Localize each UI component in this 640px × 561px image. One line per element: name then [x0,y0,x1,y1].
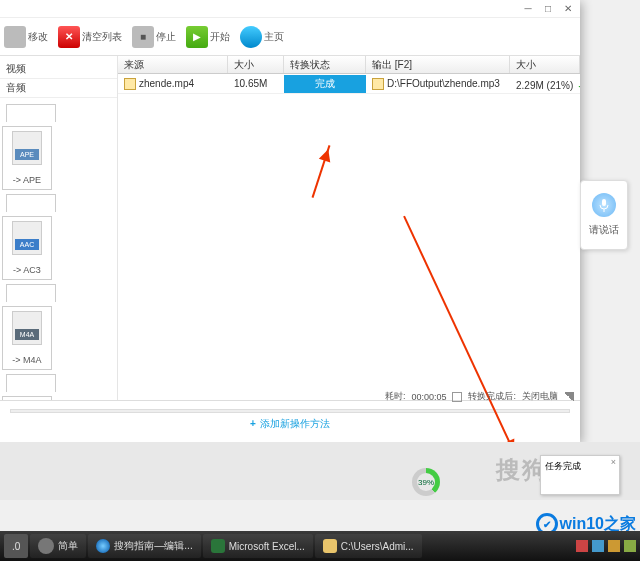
col-status[interactable]: 转换状态 [284,56,366,73]
after-done-label: 转换完成后: [468,390,516,403]
taskbar-excel[interactable]: Microsoft Excel... [203,534,313,558]
format-ac3[interactable]: AAC -> AC3 [2,216,52,280]
voice-widget[interactable]: 请说话 [580,180,628,250]
start-label: 开始 [210,30,230,44]
voice-label: 请说话 [589,223,619,237]
cell-output: D:\FFOutput\zhende.mp3 [366,76,510,92]
clear-list-button[interactable]: ✕ 清空列表 [58,26,122,48]
home-label: 主页 [264,30,284,44]
close-icon[interactable]: × [611,457,616,467]
cell-osize: 2.29M (21%) ⬇ [510,74,580,94]
format-badge: APE [15,149,39,160]
modify-label: 移改 [28,30,48,44]
shutdown-option[interactable]: 关闭电脑 [522,390,558,403]
sidebar-video-header[interactable]: 视频 [0,60,117,79]
toolbar: 移改 ✕ 清空列表 ■ 停止 ▶ 开始 主页 [0,18,580,56]
taskbar-version[interactable]: .0 [4,534,28,558]
taskbar-browser[interactable]: 搜狗指南—编辑... [88,534,200,558]
file-icon [372,78,384,90]
microphone-icon [592,193,616,217]
cell-source: zhende.mp4 [118,76,228,92]
blank-area [118,94,580,400]
modify-button[interactable]: 移改 [4,26,48,48]
download-arrow-icon[interactable]: ⬇ [576,76,580,92]
format-ape[interactable]: APE -> APE [2,126,52,190]
maximize-button[interactable]: □ [542,3,554,15]
stop-label: 停止 [156,30,176,44]
file-icon [124,78,136,90]
progress-donut[interactable]: 39% [412,468,440,496]
annotation-arrow-1 [312,145,331,198]
osize-value: 2.29M (21%) [516,80,573,91]
status-line: 耗时: 00:00:05 转换完成后: 关闭电脑 [385,390,574,403]
excel-label: Microsoft Excel... [229,541,305,552]
avatar-icon [38,538,54,554]
tray-icon-3[interactable] [608,540,620,552]
col-osize[interactable]: 大小 [510,56,580,73]
format-label: -> APE [13,175,41,185]
add-operation-link[interactable]: + 添加新操作方法 [10,417,570,431]
format-m4a[interactable]: M4A -> M4A [2,306,52,370]
col-source[interactable]: 来源 [118,56,228,73]
close-button[interactable]: ✕ [562,3,574,15]
folder-icon [323,539,337,553]
excel-icon [211,539,225,553]
format-badge: M4A [15,329,39,340]
format-grid: APE -> APE AAC -> AC3 M4A -> M4A [0,98,117,400]
cell-size: 10.65M [228,76,284,91]
table-row[interactable]: zhende.mp4 10.65M 完成 D:\FFOutput\zhende.… [118,74,580,94]
taskbar-explorer[interactable]: C:\Users\Admi... [315,534,422,558]
format-partial-2[interactable] [6,194,56,212]
sidebar: 视频 音频 APE -> APE AAC -> AC3 M4A [0,56,118,400]
clear-label: 清空列表 [82,30,122,44]
browser-label: 搜狗指南—编辑... [114,539,192,553]
format-badge: AAC [15,239,39,250]
sidebar-audio-header[interactable]: 音频 [0,79,117,98]
format-partial-1[interactable] [6,104,56,122]
taskbar-user[interactable]: 简单 [30,534,86,558]
resize-grip-icon[interactable] [564,392,574,402]
tray-icon-2[interactable] [592,540,604,552]
stop-icon: ■ [132,26,154,48]
content: 来源 大小 转换状态 输出 [F2] 大小 zhende.mp4 10.65M … [118,56,580,400]
time-value: 00:00:05 [411,392,446,402]
col-size[interactable]: 大小 [228,56,284,73]
format-partial-3[interactable] [6,284,56,302]
browser-icon [96,539,110,553]
plus-icon: + [250,418,256,429]
modify-icon [4,26,26,48]
taskbar[interactable]: .0 简单 搜狗指南—编辑... Microsoft Excel... C:\U… [0,531,640,561]
play-icon: ▶ [186,26,208,48]
format-wav[interactable]: WAV -> WAV [2,396,52,400]
tray-icon-4[interactable] [624,540,636,552]
explorer-label: C:\Users\Admi... [341,541,414,552]
globe-icon [240,26,262,48]
cell-status: 完成 [284,75,366,93]
ver-text: .0 [12,541,20,552]
format-label: -> M4A [12,355,41,365]
task-complete-notification[interactable]: × 任务完成 [540,455,620,495]
minimize-button[interactable]: ─ [522,3,534,15]
source-name: zhende.mp4 [139,78,194,89]
col-output[interactable]: 输出 [F2] [366,56,510,73]
main-area: 视频 音频 APE -> APE AAC -> AC3 M4A [0,56,580,400]
progress-bar [10,409,570,413]
output-path: D:\FFOutput\zhende.mp3 [387,78,500,89]
clear-icon: ✕ [58,26,80,48]
titlebar: ─ □ ✕ [0,0,580,18]
start-button[interactable]: ▶ 开始 [186,26,230,48]
tray-icon-1[interactable] [576,540,588,552]
system-tray[interactable] [576,540,636,552]
home-button[interactable]: 主页 [240,26,284,48]
svg-rect-0 [602,199,606,206]
after-done-checkbox[interactable] [452,392,462,402]
format-label: -> AC3 [13,265,41,275]
notify-title: 任务完成 [545,461,581,471]
add-op-label: 添加新操作方法 [260,417,330,431]
stop-button[interactable]: ■ 停止 [132,26,176,48]
donut-value: 39% [418,478,434,487]
user-label: 简单 [58,539,78,553]
app-window: ─ □ ✕ 移改 ✕ 清空列表 ■ 停止 ▶ 开始 主页 视频 音频 [0,0,580,442]
format-partial-4[interactable] [6,374,56,392]
time-label: 耗时: [385,390,406,403]
